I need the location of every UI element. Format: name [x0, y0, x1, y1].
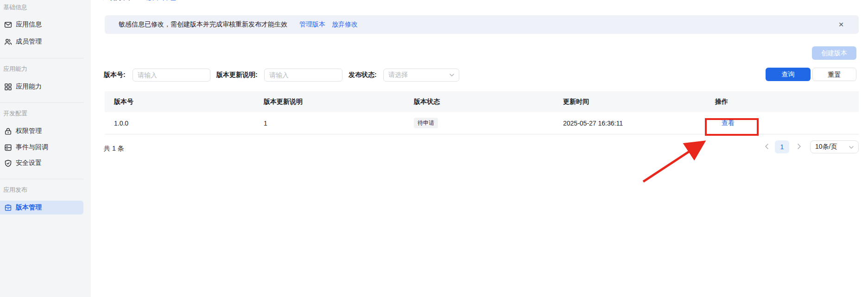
sidebar-group-basic-info: 基础信息: [3, 3, 27, 12]
table-row: 1.0.0 1 待申请 2025-05-27 16:36:11 查看: [105, 112, 859, 134]
sidebar-item-security[interactable]: 安全设置: [0, 156, 83, 170]
total-count: 共 1 条: [104, 145, 124, 153]
sidebar-divider: [0, 58, 84, 58]
sidebar-item-label: 安全设置: [16, 159, 42, 167]
sidebar-item-permissions[interactable]: 权限管理: [0, 124, 83, 138]
annotation-red-arrow: [640, 135, 710, 186]
page-number-1[interactable]: 1: [775, 140, 789, 153]
reset-button[interactable]: 重置: [812, 68, 856, 81]
callback-icon: [4, 144, 12, 152]
tab-version-management[interactable]: 版本管理: [146, 0, 176, 2]
sidebar-item-events-callbacks[interactable]: 事件与回调: [0, 140, 83, 154]
version-management-page: 基础信息 应用信息 成员管理 应用能力 应用能力 开发配置: [0, 0, 868, 297]
sensitive-info-alert-banner: 敏感信息已修改，需创建版本并完成审核重新发布才能生效 管理版本 放弃修改 ×: [105, 15, 859, 34]
cell-status: 待申请: [414, 112, 438, 134]
next-page-button[interactable]: [794, 140, 804, 153]
status-badge: 待申请: [414, 118, 438, 128]
status-filter-select[interactable]: 请选择: [383, 69, 459, 82]
cell-desc: 1: [264, 112, 267, 134]
view-link[interactable]: 查看: [722, 119, 735, 127]
mail-icon: [4, 21, 12, 29]
sidebar-item-members[interactable]: 成员管理: [0, 35, 83, 49]
sidebar-item-label: 版本管理: [16, 203, 42, 212]
grid-icon: [4, 83, 12, 91]
tab-app-release[interactable]: 应用发布: [103, 0, 133, 2]
lock-icon: [4, 127, 12, 135]
sidebar-item-label: 成员管理: [16, 38, 42, 46]
close-icon[interactable]: ×: [836, 19, 847, 30]
sidebar-item-version-management[interactable]: 版本管理: [0, 201, 83, 215]
clipboard-icon: [4, 204, 12, 212]
column-header-desc: 版本更新说明: [264, 91, 303, 112]
sidebar-divider: [0, 102, 84, 103]
cell-action: 查看: [715, 112, 728, 134]
desc-filter-input[interactable]: [264, 69, 342, 82]
query-button[interactable]: 查询: [766, 68, 811, 81]
chevron-down-icon: [849, 143, 854, 151]
version-filter-input[interactable]: [133, 69, 210, 82]
page-size-select[interactable]: 10条/页: [810, 140, 859, 153]
sidebar-group-capability: 应用能力: [3, 64, 27, 74]
version-filter-label: 版本号:: [104, 68, 126, 81]
discard-changes-link[interactable]: 放弃修改: [332, 20, 358, 29]
status-select-placeholder: 请选择: [388, 71, 408, 79]
sidebar-item-label: 权限管理: [16, 127, 42, 135]
table-header-row: 版本号 版本更新说明 版本状态 更新时间 操作: [105, 91, 859, 112]
sidebar-item-app-info[interactable]: 应用信息: [0, 18, 83, 32]
chevron-down-icon: [450, 74, 454, 77]
desc-filter-label: 版本更新说明:: [216, 68, 258, 81]
alert-message: 敏感信息已修改，需创建版本并完成审核重新发布才能生效: [119, 20, 287, 29]
cell-updated: 2025-05-27 16:36:11: [563, 112, 623, 134]
column-header-status: 版本状态: [414, 91, 440, 112]
sidebar-item-label: 应用能力: [16, 82, 42, 91]
chevron-left-icon: [765, 143, 769, 151]
sidebar-divider: [0, 179, 84, 179]
sidebar-item-capability[interactable]: 应用能力: [0, 80, 83, 94]
chevron-right-icon: [797, 143, 801, 151]
column-header-version: 版本号: [114, 91, 133, 112]
cell-version: 1.0.0: [114, 112, 128, 134]
sidebar-group-release: 应用发布: [3, 185, 27, 195]
page-size-value: 10条/页: [815, 143, 837, 151]
column-header-actions: 操作: [715, 91, 728, 112]
manage-version-link[interactable]: 管理版本: [299, 20, 325, 29]
column-header-updated: 更新时间: [563, 91, 589, 112]
sidebar: 基础信息 应用信息 成员管理 应用能力 应用能力 开发配置: [0, 0, 91, 297]
create-version-button[interactable]: 创建版本: [812, 46, 856, 60]
sidebar-item-label: 事件与回调: [16, 143, 48, 152]
members-icon: [4, 38, 12, 46]
prev-page-button[interactable]: [762, 140, 771, 153]
shield-check-icon: [4, 159, 12, 167]
sidebar-group-dev-config: 开发配置: [3, 109, 27, 118]
sidebar-item-label: 应用信息: [16, 20, 42, 29]
status-filter-label: 发布状态:: [348, 68, 377, 81]
top-tabs-clipped: 应用发布 版本管理: [103, 0, 176, 2]
